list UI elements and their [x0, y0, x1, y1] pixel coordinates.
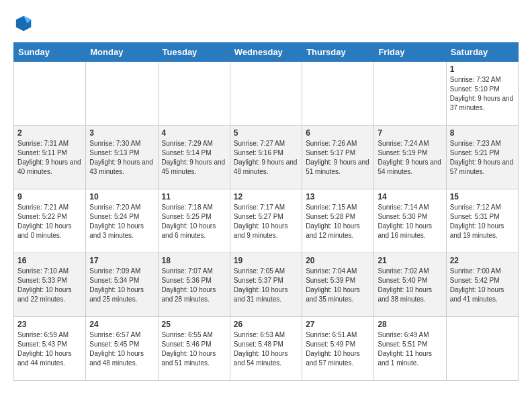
calendar-week-row: 2Sunrise: 7:31 AM Sunset: 5:11 PM Daylig… [14, 126, 519, 189]
calendar-day-cell: 13Sunrise: 7:15 AM Sunset: 5:28 PM Dayli… [302, 189, 374, 253]
day-info: Sunrise: 7:20 AM Sunset: 5:24 PM Dayligh… [89, 203, 154, 240]
calendar-day-cell: 28Sunrise: 6:49 AM Sunset: 5:51 PM Dayli… [374, 317, 446, 381]
day-info: Sunrise: 7:31 AM Sunset: 5:11 PM Dayligh… [17, 139, 82, 177]
day-number: 24 [89, 320, 154, 329]
day-number: 15 [450, 192, 515, 201]
day-info: Sunrise: 7:29 AM Sunset: 5:14 PM Dayligh… [162, 139, 226, 177]
day-number: 5 [234, 128, 298, 138]
logo [13, 13, 34, 36]
day-number: 22 [450, 256, 515, 265]
calendar-day-cell: 3Sunrise: 7:30 AM Sunset: 5:13 PM Daylig… [86, 126, 158, 189]
day-number: 9 [17, 192, 82, 201]
calendar-day-cell: 9Sunrise: 7:21 AM Sunset: 5:22 PM Daylig… [14, 189, 86, 253]
calendar-day-cell: 11Sunrise: 7:18 AM Sunset: 5:25 PM Dayli… [158, 189, 230, 253]
day-number: 20 [306, 256, 370, 265]
day-of-week-header: Sunday [14, 43, 86, 62]
day-info: Sunrise: 7:32 AM Sunset: 5:10 PM Dayligh… [450, 75, 515, 113]
day-info: Sunrise: 7:17 AM Sunset: 5:27 PM Dayligh… [234, 203, 298, 240]
calendar-day-cell: 2Sunrise: 7:31 AM Sunset: 5:11 PM Daylig… [14, 126, 86, 189]
day-info: Sunrise: 7:07 AM Sunset: 5:36 PM Dayligh… [162, 267, 226, 304]
calendar-day-cell: 27Sunrise: 6:51 AM Sunset: 5:49 PM Dayli… [302, 317, 374, 381]
day-number: 17 [89, 256, 154, 265]
svg-marker-0 [16, 16, 31, 31]
calendar-day-cell: 21Sunrise: 7:02 AM Sunset: 5:40 PM Dayli… [374, 253, 446, 317]
day-number: 4 [162, 128, 226, 138]
calendar-day-cell: 15Sunrise: 7:12 AM Sunset: 5:31 PM Dayli… [446, 189, 518, 253]
day-number: 27 [306, 320, 370, 329]
day-info: Sunrise: 6:49 AM Sunset: 5:51 PM Dayligh… [378, 330, 442, 368]
day-info: Sunrise: 7:24 AM Sunset: 5:19 PM Dayligh… [378, 139, 442, 177]
calendar-day-cell: 16Sunrise: 7:10 AM Sunset: 5:33 PM Dayli… [14, 253, 86, 317]
calendar-day-cell: 8Sunrise: 7:23 AM Sunset: 5:21 PM Daylig… [446, 126, 518, 189]
day-number: 16 [17, 256, 82, 265]
day-of-week-header: Tuesday [158, 43, 230, 62]
day-info: Sunrise: 7:04 AM Sunset: 5:39 PM Dayligh… [306, 267, 370, 304]
day-info: Sunrise: 7:02 AM Sunset: 5:40 PM Dayligh… [378, 267, 442, 304]
day-of-week-header: Thursday [302, 43, 374, 62]
calendar-day-cell [302, 62, 374, 126]
day-number: 26 [234, 320, 298, 329]
day-number: 23 [17, 320, 82, 329]
calendar-day-cell: 19Sunrise: 7:05 AM Sunset: 5:37 PM Dayli… [230, 253, 302, 317]
day-of-week-header: Monday [86, 43, 158, 62]
day-info: Sunrise: 6:55 AM Sunset: 5:46 PM Dayligh… [162, 330, 226, 368]
day-number: 11 [162, 192, 226, 201]
day-number: 2 [17, 128, 82, 138]
day-number: 3 [89, 128, 154, 138]
calendar-day-cell: 20Sunrise: 7:04 AM Sunset: 5:39 PM Dayli… [302, 253, 374, 317]
calendar-day-cell [230, 62, 302, 126]
calendar-day-cell: 24Sunrise: 6:57 AM Sunset: 5:45 PM Dayli… [86, 317, 158, 381]
calendar-day-cell: 25Sunrise: 6:55 AM Sunset: 5:46 PM Dayli… [158, 317, 230, 381]
day-number: 25 [162, 320, 226, 329]
day-number: 1 [450, 64, 515, 74]
day-info: Sunrise: 7:21 AM Sunset: 5:22 PM Dayligh… [17, 203, 82, 240]
day-of-week-header: Saturday [446, 43, 518, 62]
calendar-table: SundayMondayTuesdayWednesdayThursdayFrid… [13, 42, 519, 381]
calendar-day-cell: 1Sunrise: 7:32 AM Sunset: 5:10 PM Daylig… [446, 62, 518, 126]
day-info: Sunrise: 7:00 AM Sunset: 5:42 PM Dayligh… [450, 267, 515, 304]
day-number: 8 [450, 128, 515, 138]
calendar-day-cell: 17Sunrise: 7:09 AM Sunset: 5:34 PM Dayli… [86, 253, 158, 317]
day-number: 18 [162, 256, 226, 265]
day-info: Sunrise: 7:26 AM Sunset: 5:17 PM Dayligh… [306, 139, 370, 177]
day-number: 14 [378, 192, 442, 201]
calendar-day-cell: 18Sunrise: 7:07 AM Sunset: 5:36 PM Dayli… [158, 253, 230, 317]
day-info: Sunrise: 7:05 AM Sunset: 5:37 PM Dayligh… [234, 267, 298, 304]
day-number: 10 [89, 192, 154, 201]
day-of-week-header: Friday [374, 43, 446, 62]
day-info: Sunrise: 7:15 AM Sunset: 5:28 PM Dayligh… [306, 203, 370, 240]
day-info: Sunrise: 7:27 AM Sunset: 5:16 PM Dayligh… [234, 139, 298, 177]
day-info: Sunrise: 6:57 AM Sunset: 5:45 PM Dayligh… [89, 330, 154, 368]
logo-icon [15, 13, 34, 32]
calendar-day-cell [446, 317, 518, 381]
day-info: Sunrise: 7:30 AM Sunset: 5:13 PM Dayligh… [89, 139, 154, 177]
calendar-day-cell [158, 62, 230, 126]
calendar-day-cell: 7Sunrise: 7:24 AM Sunset: 5:19 PM Daylig… [374, 126, 446, 189]
calendar-day-cell: 10Sunrise: 7:20 AM Sunset: 5:24 PM Dayli… [86, 189, 158, 253]
day-info: Sunrise: 7:18 AM Sunset: 5:25 PM Dayligh… [162, 203, 226, 240]
day-info: Sunrise: 7:12 AM Sunset: 5:31 PM Dayligh… [450, 203, 515, 240]
day-number: 21 [378, 256, 442, 265]
calendar-day-cell: 22Sunrise: 7:00 AM Sunset: 5:42 PM Dayli… [446, 253, 518, 317]
calendar-day-cell: 26Sunrise: 6:53 AM Sunset: 5:48 PM Dayli… [230, 317, 302, 381]
calendar-day-cell: 23Sunrise: 6:59 AM Sunset: 5:43 PM Dayli… [14, 317, 86, 381]
day-info: Sunrise: 6:53 AM Sunset: 5:48 PM Dayligh… [234, 330, 298, 368]
day-info: Sunrise: 7:10 AM Sunset: 5:33 PM Dayligh… [17, 267, 82, 304]
calendar-week-row: 16Sunrise: 7:10 AM Sunset: 5:33 PM Dayli… [14, 253, 519, 317]
calendar-header-row: SundayMondayTuesdayWednesdayThursdayFrid… [14, 43, 519, 62]
day-number: 6 [306, 128, 370, 138]
page-header [13, 13, 519, 36]
day-of-week-header: Wednesday [230, 43, 302, 62]
day-number: 28 [378, 320, 442, 329]
calendar-day-cell [14, 62, 86, 126]
day-info: Sunrise: 7:14 AM Sunset: 5:30 PM Dayligh… [378, 203, 442, 240]
day-info: Sunrise: 7:09 AM Sunset: 5:34 PM Dayligh… [89, 267, 154, 304]
day-number: 13 [306, 192, 370, 201]
day-info: Sunrise: 6:51 AM Sunset: 5:49 PM Dayligh… [306, 330, 370, 368]
calendar-week-row: 1Sunrise: 7:32 AM Sunset: 5:10 PM Daylig… [14, 62, 519, 126]
day-number: 19 [234, 256, 298, 265]
calendar-day-cell [374, 62, 446, 126]
day-info: Sunrise: 6:59 AM Sunset: 5:43 PM Dayligh… [17, 330, 82, 368]
calendar-week-row: 9Sunrise: 7:21 AM Sunset: 5:22 PM Daylig… [14, 189, 519, 253]
day-number: 7 [378, 128, 442, 138]
